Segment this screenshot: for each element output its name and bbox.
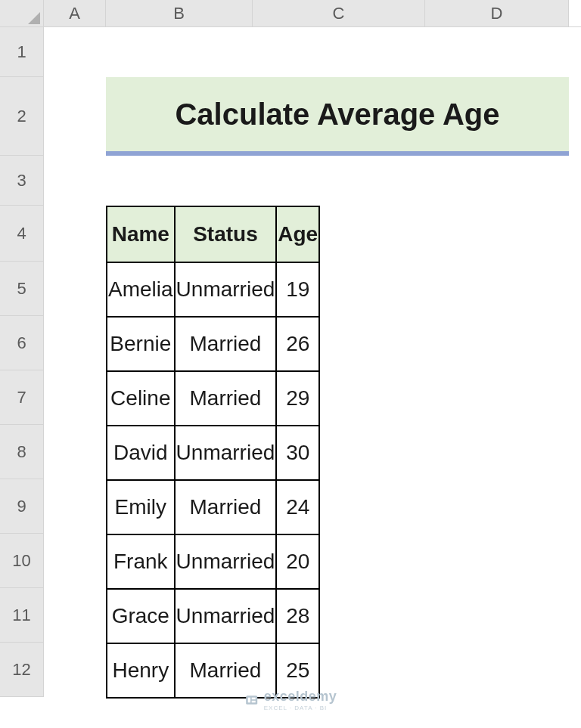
brand-tagline: EXCEL · DATA · BI [264,705,337,711]
header-age[interactable]: Age [276,206,319,262]
sheet-title[interactable]: Calculate Average Age [106,77,569,156]
cell-name[interactable]: David [107,426,175,480]
row-header[interactable]: 1 [0,27,44,77]
svg-rect-2 [248,698,250,703]
row-header[interactable]: 3 [0,156,44,206]
cell-status[interactable]: Married [175,317,277,371]
row-header[interactable]: 2 [0,77,44,156]
cell-age[interactable]: 24 [276,480,319,534]
row-header[interactable]: 6 [0,316,44,370]
select-all-triangle-icon [28,12,40,24]
header-status[interactable]: Status [175,206,277,262]
cell-status[interactable]: Unmarried [175,589,277,643]
row-header[interactable]: 12 [0,643,44,697]
column-header-row: A B C D [0,0,581,27]
table-header-row: Name Status Age [107,206,319,262]
table-row: Grace Unmarried 28 [107,589,319,643]
table-row: Amelia Unmarried 19 [107,262,319,317]
column-header[interactable]: B [106,0,253,26]
row-header[interactable]: 5 [0,262,44,316]
cell-age[interactable]: 29 [276,371,319,426]
row-header[interactable]: 10 [0,534,44,588]
svg-rect-1 [246,695,257,705]
column-header[interactable]: A [44,0,106,26]
row-header[interactable]: 9 [0,479,44,534]
cell-name[interactable]: Frank [107,534,175,589]
header-name[interactable]: Name [107,206,175,262]
watermark: exceldemy EXCEL · DATA · BI [244,689,337,711]
column-header[interactable]: C [253,0,425,26]
cell-age[interactable]: 20 [276,534,319,589]
select-all-corner[interactable] [0,0,44,26]
cell-name[interactable]: Bernie [107,317,175,371]
cell-name[interactable]: Henry [107,643,175,698]
table-row: Celine Married 29 [107,371,319,426]
row-header-strip: 1 2 3 4 5 6 7 8 9 10 11 12 [0,27,44,697]
cell-age[interactable]: 26 [276,317,319,371]
column-header[interactable]: D [425,0,569,26]
svg-rect-3 [252,698,256,700]
row-header[interactable]: 11 [0,588,44,643]
cell-status[interactable]: Unmarried [175,534,277,589]
spreadsheet: A B C D 1 2 3 4 5 6 7 8 9 10 11 12 Calcu… [0,0,581,728]
row-header[interactable]: 4 [0,206,44,262]
watermark-text: exceldemy EXCEL · DATA · BI [264,689,337,711]
row-header[interactable]: 8 [0,425,44,479]
cell-name[interactable]: Emily [107,480,175,534]
cell-age[interactable]: 19 [276,262,319,317]
brand-logo-icon [244,692,259,708]
svg-marker-0 [28,12,40,24]
table-row: Frank Unmarried 20 [107,534,319,589]
cell-status[interactable]: Unmarried [175,262,277,317]
cell-age[interactable]: 28 [276,589,319,643]
cell-name[interactable]: Amelia [107,262,175,317]
table-row: Bernie Married 26 [107,317,319,371]
row-header[interactable]: 7 [0,370,44,425]
cell-name[interactable]: Grace [107,589,175,643]
data-table: Name Status Age Amelia Unmarried 19 Bern… [106,206,320,699]
table-row: Emily Married 24 [107,480,319,534]
cell-age[interactable]: 30 [276,426,319,480]
brand-name: exceldemy [264,689,337,704]
table-row: David Unmarried 30 [107,426,319,480]
cell-status[interactable]: Married [175,480,277,534]
cell-status[interactable]: Unmarried [175,426,277,480]
svg-rect-4 [252,701,256,703]
cell-name[interactable]: Celine [107,371,175,426]
cell-status[interactable]: Married [175,371,277,426]
